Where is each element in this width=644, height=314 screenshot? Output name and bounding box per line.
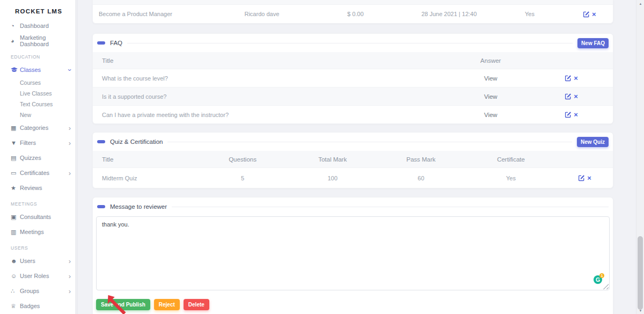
section-dash-icon: [97, 140, 105, 143]
faq-view-link[interactable]: View: [452, 112, 530, 118]
delete-x-icon[interactable]: ×: [574, 111, 578, 118]
sidebar-item-categories[interactable]: ▦ Categories ›: [0, 120, 77, 135]
save-and-publish-button[interactable]: Save and Publish: [96, 299, 150, 310]
delete-x-icon[interactable]: ×: [592, 11, 596, 18]
course-price-cell: $ 0.00: [306, 11, 405, 17]
row-actions: ×: [557, 174, 613, 181]
row-actions: ×: [530, 93, 613, 100]
resize-handle-icon[interactable]: [603, 284, 609, 289]
sidebar-heading-users: USERS: [11, 244, 77, 252]
user-icon: ☺: [11, 273, 20, 279]
chevron-right-icon: ›: [69, 140, 71, 147]
form-actions: Save and Publish Reject Delete: [96, 299, 610, 310]
scroll-up-icon[interactable]: ▲: [636, 2, 644, 5]
quiz-col: Questions: [197, 156, 289, 163]
sidebar-heading-education: EDUCATION: [11, 53, 77, 61]
sidebar-subitem-text-courses[interactable]: Text Courses: [0, 99, 77, 109]
faq-section: FAQ New FAQ Title Answer What is the cou…: [92, 33, 613, 124]
sidebar-item-dashboard[interactable]: ◔ Dashboard: [0, 18, 77, 33]
sidebar-item-marketing-dashboard[interactable]: ◕ Marketing Dashboard: [0, 33, 77, 48]
sidebar-item-filters[interactable]: ▼ Filters ›: [0, 135, 77, 150]
brand-logo[interactable]: ROCKET LMS: [0, 0, 77, 18]
delete-x-icon[interactable]: ×: [587, 174, 591, 181]
faq-view-link[interactable]: View: [452, 75, 530, 82]
quiz-total-mark-cell: 100: [288, 175, 377, 181]
sidebar-item-label: Badges: [20, 303, 71, 309]
quiz-table-header: Title Questions Total Mark Pass Mark Cer…: [93, 151, 613, 167]
edit-icon[interactable]: [583, 11, 590, 18]
trophy-icon: ♕: [11, 303, 20, 310]
quiz-table: Title Questions Total Mark Pass Mark Cer…: [93, 151, 613, 188]
chevron-right-icon: ›: [69, 258, 71, 265]
row-actions: ×: [566, 11, 613, 18]
sidebar-item-badges[interactable]: ♕ Badges: [0, 298, 77, 313]
grammarly-badge: 1: [599, 273, 604, 278]
sidebar-item-consultants[interactable]: ▣ Consultants: [0, 209, 77, 224]
sidebar-item-label: Groups: [20, 288, 69, 294]
quiz-section-title: Quiz & Certification: [110, 138, 163, 145]
sidebar-subitem-courses[interactable]: Courses: [0, 77, 77, 88]
delete-x-icon[interactable]: ×: [574, 93, 578, 100]
sidebar-item-groups[interactable]: ∴ Groups ›: [0, 283, 77, 298]
quiz-col: Pass Mark: [377, 156, 465, 163]
edit-icon[interactable]: [565, 111, 572, 118]
classes-submenu: Courses Live Classes Text Courses New: [0, 77, 77, 120]
scrollbar-thumb[interactable]: [638, 236, 643, 310]
course-title-cell: Become a Product Manager: [93, 11, 218, 17]
sitemap-icon: ∴: [11, 288, 20, 295]
faq-row: Can I have a private meeting with the in…: [93, 105, 613, 123]
divider: [127, 43, 573, 43]
sidebar-item-user-roles[interactable]: ☺ User Roles ›: [0, 268, 77, 283]
course-instructor-cell: Ricardo dave: [218, 11, 306, 17]
faq-question: Is it a supported course?: [93, 93, 452, 100]
star-icon: ★: [11, 185, 20, 192]
delete-button[interactable]: Delete: [184, 299, 209, 310]
quiz-certificate-cell: Yes: [465, 175, 557, 181]
sidebar-item-meetings[interactable]: ▥ Meetings: [0, 224, 77, 239]
sidebar-item-classes[interactable]: Classes ›: [0, 62, 77, 77]
sidebar-item-reviews[interactable]: ★ Reviews: [0, 180, 77, 195]
chevron-right-icon: ›: [69, 273, 71, 280]
delete-x-icon[interactable]: ×: [574, 75, 578, 82]
edit-icon[interactable]: [565, 93, 572, 100]
sidebar-item-label: Dashboard: [20, 23, 71, 29]
new-faq-button[interactable]: New FAQ: [577, 38, 609, 48]
section-dash-icon: [97, 41, 105, 45]
row-actions: ×: [530, 75, 613, 82]
sidebar-item-certificates[interactable]: ▭ Certificates ›: [0, 165, 77, 180]
scroll-down-icon[interactable]: ▼: [636, 309, 644, 312]
quiz-pass-mark-cell: 60: [377, 175, 465, 181]
message-section-title: Message to reviewer: [110, 203, 167, 210]
chevron-right-icon: ›: [69, 125, 71, 132]
grammarly-icon[interactable]: G 1: [594, 275, 602, 284]
sidebar-item-users[interactable]: ☻ Users ›: [0, 253, 77, 268]
dashboard-icon: ◔: [11, 23, 20, 29]
sidebar-item-label: User Roles: [20, 273, 69, 279]
sidebar-subitem-new[interactable]: New: [0, 109, 77, 120]
edit-icon[interactable]: [578, 174, 585, 181]
quiz-title-cell: Midterm Quiz: [93, 175, 197, 181]
course-table-partial: Become a Product Manager Ricardo dave $ …: [92, 0, 613, 24]
new-quiz-button[interactable]: New Quiz: [577, 137, 609, 147]
faq-row: What is the course level? View ×: [93, 69, 613, 87]
id-card-icon: ▣: [11, 214, 20, 221]
sidebar-heading-meetings: MEETINGS: [11, 200, 77, 208]
faq-col-title: Title: [93, 57, 452, 64]
sidebar-item-quizzes[interactable]: ▤ Quizzes: [0, 150, 77, 165]
sidebar-item-label: Filters: [20, 140, 69, 146]
section-dash-icon: [97, 205, 105, 208]
grammarly-g: G: [596, 276, 600, 283]
sidebar-subitem-live-classes[interactable]: Live Classes: [0, 88, 77, 99]
reject-button[interactable]: Reject: [154, 299, 180, 310]
edit-icon[interactable]: [565, 75, 572, 82]
faq-section-header: FAQ New FAQ: [96, 37, 610, 49]
faq-table: Title Answer What is the course level? V…: [93, 52, 613, 123]
vertical-scrollbar[interactable]: ▲ ▼: [636, 0, 644, 314]
faq-view-link[interactable]: View: [452, 93, 530, 100]
quiz-section-header: Quiz & Certification New Quiz: [96, 136, 610, 148]
quiz-col: Total Mark: [288, 156, 377, 163]
pie-chart-icon: ◕: [11, 38, 20, 44]
reviewer-message-input[interactable]: thank you.: [96, 216, 610, 290]
sidebar-item-label: Quizzes: [20, 155, 71, 161]
sidebar-item-label: Marketing Dashboard: [20, 34, 71, 47]
